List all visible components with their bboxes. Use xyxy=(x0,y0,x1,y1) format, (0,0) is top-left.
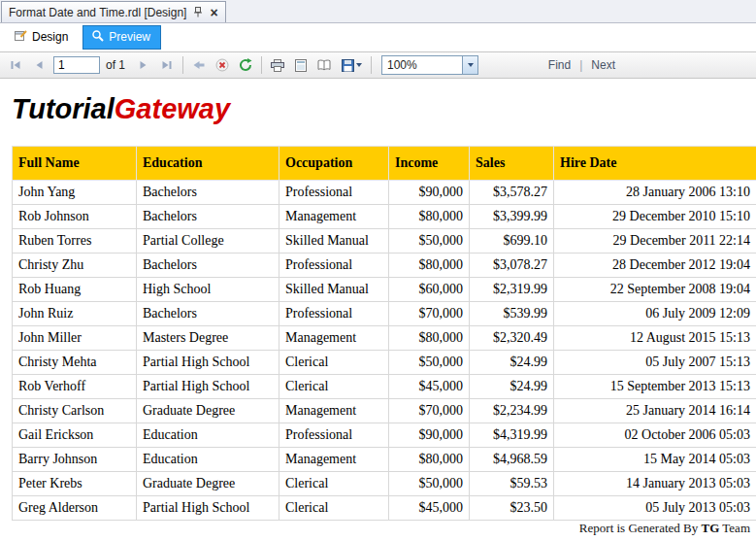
table-cell: $4,968.59 xyxy=(470,448,554,472)
page-count-label: of 1 xyxy=(106,58,125,72)
column-header-hire-date: Hire Date xyxy=(554,147,756,181)
table-row: Greg AldersonPartial High SchoolClerical… xyxy=(13,496,756,521)
table-row: Rob VerhoffPartial High SchoolClerical$4… xyxy=(13,375,756,399)
table-cell: 06 July 2009 12:09 xyxy=(554,302,756,326)
print-layout-button[interactable] xyxy=(290,55,312,75)
refresh-button[interactable] xyxy=(235,55,256,75)
table-cell: $80,000 xyxy=(389,254,470,278)
table-cell: Management xyxy=(279,399,389,423)
close-icon[interactable]: × xyxy=(210,8,217,17)
document-tab[interactable]: Format Date and Time.rdl [Design] × xyxy=(1,1,226,22)
previous-page-button[interactable] xyxy=(28,55,49,75)
table-cell: Greg Alderson xyxy=(13,496,137,521)
table-cell: $3,078.27 xyxy=(470,254,554,278)
next-page-button[interactable] xyxy=(133,55,154,75)
table-row: Rob JohnsonBachelorsManagement$80,000$3,… xyxy=(13,205,756,229)
table-cell: John Yang xyxy=(13,181,137,205)
tab-preview[interactable]: Preview xyxy=(82,25,161,50)
table-cell: 05 July 2007 15:13 xyxy=(554,351,756,375)
table-cell: 28 December 2012 19:04 xyxy=(554,254,756,278)
table-cell: Clerical xyxy=(279,351,389,375)
toolbar-separator xyxy=(371,56,372,74)
table-cell: Bachelors xyxy=(137,302,279,326)
table-row: John RuizBachelorsProfessional$70,000$53… xyxy=(13,302,756,326)
table-cell: $45,000 xyxy=(389,375,470,399)
table-cell: Professional xyxy=(279,254,389,278)
table-cell: Management xyxy=(279,205,389,229)
last-page-button[interactable] xyxy=(156,55,178,75)
report-table: Full NameEducationOccupationIncomeSalesH… xyxy=(12,146,756,521)
table-cell: $59.53 xyxy=(470,472,554,496)
table-cell: Partial High School xyxy=(137,496,279,521)
table-cell: Professional xyxy=(279,181,389,205)
back-to-parent-button[interactable] xyxy=(188,55,210,75)
table-cell: $80,000 xyxy=(389,326,470,351)
table-cell: $23.50 xyxy=(470,496,554,521)
page-setup-button[interactable] xyxy=(313,55,335,75)
table-cell: $80,000 xyxy=(389,448,470,472)
pin-icon[interactable] xyxy=(193,7,203,17)
table-cell: 22 September 2008 19:04 xyxy=(554,278,756,302)
table-cell: 12 August 2015 15:13 xyxy=(554,326,756,351)
table-cell: 25 January 2014 16:14 xyxy=(554,399,756,423)
page-number-input[interactable] xyxy=(53,56,100,74)
table-cell: $2,319.99 xyxy=(470,278,554,302)
table-cell: Management xyxy=(279,448,389,472)
document-tab-label: Format Date and Time.rdl [Design] xyxy=(9,6,186,19)
zoom-dropdown-button[interactable] xyxy=(462,56,477,74)
footer-text-bold: TG xyxy=(702,521,720,535)
table-cell: 28 January 2006 13:10 xyxy=(554,181,756,205)
table-cell: John Miller xyxy=(13,326,137,351)
next-page-icon xyxy=(137,58,150,72)
table-cell: Skilled Manual xyxy=(279,278,389,302)
table-cell: $70,000 xyxy=(389,302,470,326)
preview-icon xyxy=(91,29,104,45)
tab-design[interactable]: Design xyxy=(6,25,79,50)
table-cell: Graduate Degree xyxy=(137,399,279,423)
table-cell: $24.99 xyxy=(470,375,554,399)
table-cell: 05 July 2013 05:03 xyxy=(554,496,756,521)
last-page-icon xyxy=(160,58,174,72)
table-cell: Partial High School xyxy=(137,351,279,375)
report-viewer-toolbar: of 1 100% Find | Next xyxy=(0,51,756,79)
table-cell: Partial High School xyxy=(137,375,279,399)
table-cell: 15 May 2014 05:03 xyxy=(554,448,756,472)
export-button[interactable] xyxy=(337,55,366,75)
export-dropdown-caret-icon xyxy=(356,63,362,67)
tab-preview-label: Preview xyxy=(109,30,150,44)
table-cell: Education xyxy=(137,448,279,472)
stop-rendering-button[interactable] xyxy=(212,55,233,75)
zoom-select[interactable]: 100% xyxy=(381,55,478,75)
table-cell: Clerical xyxy=(279,375,389,399)
table-cell: Graduate Degree xyxy=(137,472,279,496)
table-cell: Christy Mehta xyxy=(13,351,137,375)
zoom-value: 100% xyxy=(382,58,462,72)
first-page-icon xyxy=(9,58,22,72)
table-cell: Christy Zhu xyxy=(13,254,137,278)
previous-page-icon xyxy=(32,58,46,72)
find-link[interactable]: Find xyxy=(548,58,571,72)
first-page-button[interactable] xyxy=(5,55,26,75)
table-cell: $45,000 xyxy=(389,496,470,521)
tutorial-gateway-logo: TutorialGateway xyxy=(12,93,756,125)
back-arrow-icon xyxy=(192,58,206,72)
report-footer: Report is Generated By TG Team xyxy=(579,521,750,536)
table-cell: $699.10 xyxy=(470,229,554,254)
table-cell: $50,000 xyxy=(389,351,470,375)
toolbar-separator xyxy=(182,56,183,74)
table-cell: Bachelors xyxy=(137,181,279,205)
table-cell: $60,000 xyxy=(389,278,470,302)
table-cell: Rob Verhoff xyxy=(13,375,137,399)
table-cell: Professional xyxy=(279,302,389,326)
table-header-row: Full NameEducationOccupationIncomeSalesH… xyxy=(13,147,756,181)
find-next-link[interactable]: Next xyxy=(591,58,615,72)
design-icon xyxy=(15,29,27,45)
table-row: John MillerMasters DegreeManagement$80,0… xyxy=(13,326,756,351)
find-bar: Find | Next xyxy=(548,58,615,72)
table-row: Barry JohnsonEducationManagement$80,000$… xyxy=(13,448,756,472)
column-header-income: Income xyxy=(389,147,470,181)
table-cell: Rob Huang xyxy=(13,278,137,302)
table-row: Christy ZhuBachelorsProfessional$80,000$… xyxy=(13,254,756,278)
table-cell: Bachelors xyxy=(137,254,279,278)
print-button[interactable] xyxy=(267,55,288,75)
